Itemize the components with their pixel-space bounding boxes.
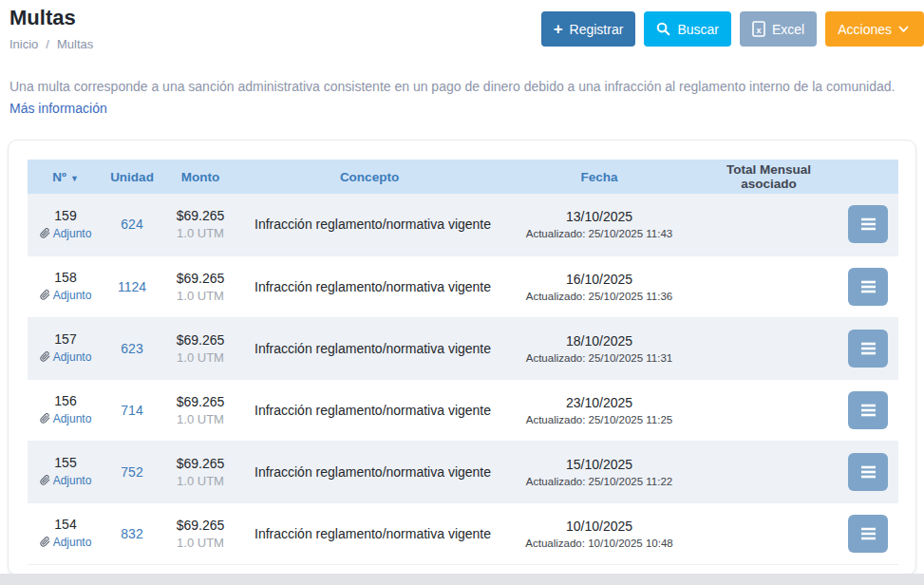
attachment-link[interactable]: Adjunto — [40, 412, 92, 425]
unidad-link[interactable]: 714 — [121, 403, 142, 418]
attachment-link-label: Adjunto — [53, 227, 92, 240]
cell-monto: $69.265 1.0 UTM — [160, 441, 240, 502]
cell-concepto: Infracción reglamento/normativa vigente — [240, 317, 499, 379]
multas-table: Nº▼ Unidad Monto Concepto Fecha Total Me… — [28, 160, 898, 565]
menu-icon — [860, 280, 877, 293]
column-header-actions — [838, 160, 898, 194]
register-button-label: Registrar — [570, 22, 624, 37]
attachment-link[interactable]: Adjunto — [40, 289, 92, 302]
search-button-label: Buscar — [677, 22, 719, 37]
fecha-date: 10/10/2025 — [499, 519, 700, 534]
attachment-link[interactable]: Adjunto — [40, 227, 92, 240]
cell-unidad: 1124 — [104, 255, 160, 317]
breadcrumb-home[interactable]: Inicio — [9, 37, 38, 51]
page-bottom-strip — [0, 574, 924, 585]
cell-actions — [838, 502, 898, 564]
cell-unidad: 624 — [104, 194, 160, 255]
menu-icon — [860, 527, 877, 540]
excel-button[interactable]: x Excel — [740, 11, 817, 47]
row-menu-button[interactable] — [848, 268, 888, 306]
cell-actions — [838, 194, 898, 255]
cell-num: 159 Adjunto — [28, 194, 104, 255]
table-row: 158 Adjunto 1124 $69.265 1.0 UTM Infracc… — [28, 255, 898, 317]
row-menu-button[interactable] — [848, 330, 888, 368]
cell-concepto: Infracción reglamento/normativa vigente — [240, 255, 499, 317]
cell-actions — [838, 379, 898, 441]
monto-utm: 1.0 UTM — [160, 289, 240, 303]
table-row: 155 Adjunto 752 $69.265 1.0 UTM Infracci… — [28, 441, 898, 502]
fecha-updated: Actualizado: 25/10/2025 11:31 — [499, 352, 700, 364]
cell-fecha: 18/10/2025 Actualizado: 25/10/2025 11:31 — [499, 317, 700, 379]
unidad-link[interactable]: 624 — [121, 217, 142, 232]
cell-unidad: 832 — [104, 502, 160, 564]
table-row: 157 Adjunto 623 $69.265 1.0 UTM Infracci… — [28, 317, 898, 379]
column-header-total: Total Mensual asociado — [700, 160, 838, 194]
description-text: Una multa corresponde a una sanción admi… — [9, 79, 895, 94]
cell-total — [700, 255, 838, 317]
fecha-date: 15/10/2025 — [499, 457, 700, 472]
menu-icon — [860, 465, 877, 479]
cell-concepto: Infracción reglamento/normativa vigente — [240, 502, 499, 564]
register-button[interactable]: + Registrar — [541, 11, 636, 47]
row-menu-button[interactable] — [848, 205, 888, 243]
row-menu-button[interactable] — [848, 515, 888, 553]
column-header-fecha[interactable]: Fecha — [499, 160, 700, 194]
monto-amount: $69.265 — [160, 332, 240, 348]
paperclip-icon — [40, 537, 50, 547]
attachment-link[interactable]: Adjunto — [40, 350, 92, 364]
cell-total — [700, 379, 838, 441]
actions-button-label: Acciones — [838, 22, 892, 37]
cell-monto: $69.265 1.0 UTM — [160, 502, 240, 564]
fecha-updated: Actualizado: 25/10/2025 11:36 — [499, 291, 700, 302]
cell-total — [700, 441, 838, 502]
cell-concepto: Infracción reglamento/normativa vigente — [240, 441, 499, 502]
fecha-updated: Actualizado: 25/10/2025 11:25 — [499, 414, 700, 425]
paperclip-icon — [40, 475, 50, 485]
monto-amount: $69.265 — [160, 456, 240, 471]
menu-icon — [860, 217, 877, 231]
cell-actions — [838, 255, 898, 317]
attachment-link[interactable]: Adjunto — [40, 536, 92, 549]
column-header-num-label: Nº — [52, 170, 66, 184]
multa-number: 155 — [28, 455, 104, 470]
more-info-link[interactable]: Más información — [9, 101, 107, 116]
cell-num: 156 Adjunto — [28, 379, 104, 441]
row-menu-button[interactable] — [848, 391, 888, 429]
excel-file-icon: x — [752, 21, 765, 37]
fecha-updated: Actualizado: 25/10/2025 11:22 — [499, 476, 700, 487]
row-menu-button[interactable] — [848, 453, 888, 491]
cell-monto: $69.265 1.0 UTM — [160, 317, 240, 379]
cell-fecha: 15/10/2025 Actualizado: 25/10/2025 11:22 — [499, 441, 700, 502]
menu-icon — [860, 342, 877, 355]
multa-number: 154 — [28, 517, 104, 532]
fecha-date: 18/10/2025 — [499, 333, 700, 349]
page-header: Multas Inicio / Multas + Registrar Busca… — [0, 0, 924, 51]
svg-text:x: x — [756, 26, 761, 35]
cell-actions — [838, 441, 898, 502]
monto-amount: $69.265 — [160, 208, 240, 223]
cell-total — [700, 194, 838, 255]
unidad-link[interactable]: 832 — [121, 526, 142, 541]
cell-num: 157 Adjunto — [28, 317, 104, 379]
cell-fecha: 10/10/2025 Actualizado: 10/10/2025 10:48 — [499, 502, 700, 564]
fecha-date: 23/10/2025 — [499, 395, 700, 410]
cell-num: 154 Adjunto — [28, 502, 104, 564]
fecha-date: 13/10/2025 — [499, 209, 700, 224]
actions-button[interactable]: Acciones — [825, 11, 924, 47]
chevron-down-icon — [898, 26, 909, 33]
column-header-unidad[interactable]: Unidad — [104, 160, 160, 194]
table-header: Nº▼ Unidad Monto Concepto Fecha Total Me… — [28, 160, 898, 194]
unidad-link[interactable]: 752 — [121, 464, 142, 480]
page-description: Una multa corresponde a una sanción admi… — [9, 76, 915, 120]
cell-fecha: 23/10/2025 Actualizado: 25/10/2025 11:25 — [499, 379, 700, 441]
unidad-link[interactable]: 623 — [121, 341, 142, 356]
cell-monto: $69.265 1.0 UTM — [160, 194, 240, 255]
column-header-monto[interactable]: Monto — [160, 160, 240, 194]
monto-utm: 1.0 UTM — [160, 350, 240, 365]
unidad-link[interactable]: 1124 — [118, 279, 146, 294]
column-header-num[interactable]: Nº▼ — [28, 160, 104, 194]
search-button[interactable]: Buscar — [644, 11, 731, 47]
monto-amount: $69.265 — [160, 394, 240, 409]
column-header-concepto[interactable]: Concepto — [240, 160, 499, 194]
attachment-link[interactable]: Adjunto — [40, 474, 92, 487]
